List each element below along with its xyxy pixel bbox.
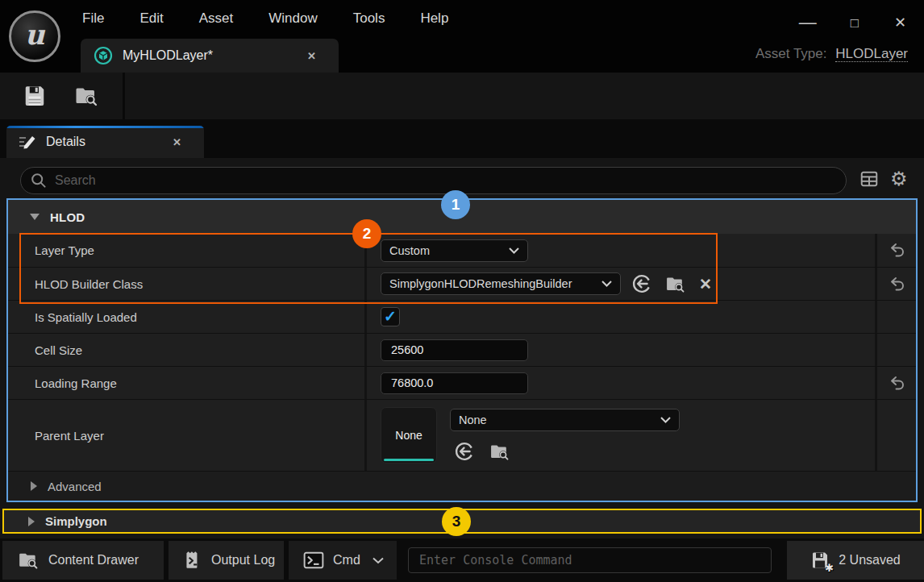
check-icon: ✓ (384, 307, 397, 326)
row-layer-type: Layer Type Custom (8, 234, 916, 267)
unsaved-changes-button[interactable]: ✱ 2 Unsaved (787, 541, 924, 580)
loading-range-reset-button[interactable] (877, 367, 916, 399)
hlod-builder-class-reset-button[interactable] (877, 268, 916, 300)
hlod-builder-class-value: SimplygonHLODRemeshingBuilder (389, 277, 572, 290)
simplygon-section-header[interactable]: Simplygon (4, 510, 920, 532)
details-panel: ⚙ HLOD Layer Type Custom (0, 158, 924, 538)
reset-to-default-icon (889, 376, 905, 391)
maximize-button[interactable]: □ (851, 16, 859, 30)
details-tab-title: Details (46, 135, 85, 149)
folder-search-icon (17, 550, 40, 571)
row-loading-range: Loading Range (8, 366, 916, 399)
parent-layer-dropdown[interactable]: None (450, 409, 680, 431)
row-cell-size: Cell Size (8, 333, 916, 366)
output-log-button[interactable]: Output Log (169, 541, 284, 580)
browse-to-asset-button[interactable] (73, 82, 100, 110)
tab-details[interactable]: Details ✕ (6, 126, 204, 158)
reset-to-default-icon (889, 276, 905, 292)
parent-layer-label: Parent Layer (8, 400, 367, 471)
hlod-builder-class-label: HLOD Builder Class (8, 268, 367, 300)
advanced-expander[interactable]: Advanced (8, 471, 916, 501)
details-tab-close-icon[interactable]: ✕ (173, 136, 181, 148)
advanced-label: Advanced (48, 480, 102, 493)
search-input[interactable] (55, 173, 836, 188)
content-drawer-button[interactable]: Content Drawer (2, 541, 164, 580)
simplygon-section-title: Simplygon (45, 514, 107, 528)
menu-bar: File Edit Asset Window Tools Help (82, 0, 448, 37)
use-selected-asset-icon[interactable] (455, 442, 474, 462)
save-icon (23, 84, 47, 108)
hlod-section-header[interactable]: HLOD (8, 200, 916, 234)
chevron-down-icon (660, 417, 671, 423)
layer-type-reset-button[interactable] (877, 234, 916, 267)
hlodlayer-asset-icon (94, 46, 113, 65)
is-spatially-loaded-label: Is Spatially Loaded (8, 301, 367, 333)
cell-size-label: Cell Size (8, 334, 367, 366)
parent-layer-value: None (459, 414, 487, 426)
search-icon (31, 173, 47, 189)
panel-tab-strip: Details ✕ (0, 119, 924, 158)
unsaved-label: 2 Unsaved (839, 553, 901, 567)
terminal-icon (303, 551, 324, 570)
caret-right-icon (28, 517, 35, 526)
unreal-engine-logo-icon[interactable]: u (9, 10, 60, 62)
title-bar: File Edit Asset Window Tools Help — □ ✕ (0, 0, 924, 37)
column-view-icon[interactable] (859, 169, 879, 189)
toolbar-divider (123, 73, 125, 119)
save-button[interactable] (21, 82, 48, 110)
menu-window[interactable]: Window (268, 10, 317, 27)
tab-close-icon[interactable]: ✕ (307, 50, 316, 62)
cmd-label: Cmd (333, 553, 360, 567)
asset-type-readout: Asset Type: HLODLayer (755, 46, 908, 62)
menu-file[interactable]: File (82, 10, 104, 27)
unreal-editor-window: File Edit Asset Window Tools Help — □ ✕ … (0, 0, 924, 582)
details-icon (18, 133, 37, 151)
tab-title: MyHLODLayer* (123, 48, 213, 63)
cell-size-input[interactable] (381, 339, 528, 361)
caret-down-icon (30, 214, 40, 220)
asset-toolbar (0, 73, 924, 119)
chevron-down-icon (509, 247, 519, 254)
row-parent-layer: Parent Layer None None (8, 399, 916, 471)
browse-to-asset-icon[interactable] (489, 442, 510, 462)
search-bar[interactable] (20, 167, 847, 194)
layer-type-dropdown[interactable]: Custom (381, 239, 528, 262)
console-command-input[interactable] (408, 547, 772, 573)
chevron-down-icon (601, 281, 612, 287)
menu-asset[interactable]: Asset (199, 10, 234, 27)
asset-type-label: Asset Type: (755, 46, 827, 61)
status-bar: Content Drawer Output Log Cmd (0, 538, 924, 582)
hlod-builder-class-dropdown[interactable]: SimplygonHLODRemeshingBuilder (381, 272, 621, 295)
layer-type-value: Custom (389, 244, 430, 257)
use-selected-asset-icon[interactable] (632, 274, 651, 293)
reset-to-default-icon (889, 243, 905, 258)
cmd-dropdown-button[interactable]: Cmd (289, 541, 397, 580)
details-view-options: ⚙ (859, 169, 908, 189)
gear-icon[interactable]: ⚙ (890, 169, 908, 189)
row-is-spatially-loaded: Is Spatially Loaded ✓ (8, 300, 916, 333)
is-spatially-loaded-checkbox[interactable]: ✓ (381, 307, 400, 326)
hlod-section: HLOD Layer Type Custom (6, 198, 918, 502)
caret-right-icon (31, 481, 37, 491)
content-drawer-label: Content Drawer (48, 553, 139, 567)
chevron-down-icon (373, 557, 384, 564)
parent-layer-thumbnail-text: None (395, 429, 422, 442)
browse-to-asset-icon[interactable] (664, 274, 686, 294)
tab-myhlodlayer[interactable]: MyHLODLayer* ✕ (81, 39, 339, 73)
menu-tools[interactable]: Tools (353, 10, 385, 27)
minimize-button[interactable]: — (799, 14, 815, 31)
output-log-label: Output Log (211, 553, 275, 567)
loading-range-input[interactable] (381, 372, 528, 394)
parent-layer-thumbnail[interactable]: None (381, 407, 437, 464)
hlod-section-title: HLOD (50, 210, 85, 224)
output-log-icon (183, 550, 202, 571)
simplygon-section: Simplygon (2, 509, 922, 534)
menu-edit[interactable]: Edit (139, 10, 163, 27)
row-hlod-builder-class: HLOD Builder Class SimplygonHLODRemeshin… (8, 267, 916, 300)
menu-help[interactable]: Help (420, 10, 448, 27)
clear-asset-icon[interactable]: ✕ (699, 275, 712, 293)
close-button[interactable]: ✕ (894, 15, 906, 30)
folder-search-icon (73, 84, 99, 108)
layer-type-label: Layer Type (8, 234, 367, 267)
asset-type-value[interactable]: HLODLayer (835, 46, 908, 62)
